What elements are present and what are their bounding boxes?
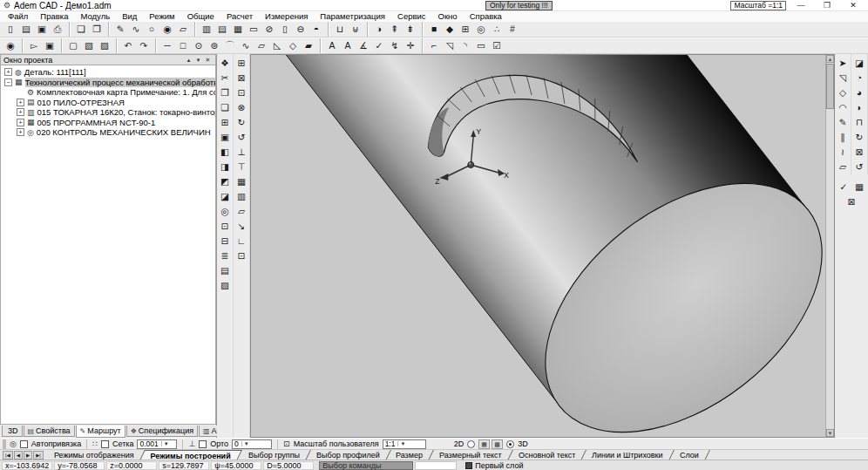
- parallelogram-icon[interactable]: ▱: [254, 38, 269, 53]
- text-icon[interactable]: A: [324, 38, 340, 53]
- insert-down-icon[interactable]: ⇟: [403, 22, 418, 37]
- extrude-up-icon[interactable]: ⊥: [234, 145, 249, 160]
- regen-icon[interactable]: ↺: [852, 160, 867, 174]
- corner-icon[interactable]: ⌐: [426, 38, 442, 53]
- solid-icon[interactable]: ■: [426, 22, 442, 37]
- cube-scale-icon[interactable]: ⊡: [234, 85, 249, 100]
- tree-expander[interactable]: −: [4, 78, 12, 86]
- circle-trim-icon[interactable]: ◔: [852, 71, 867, 85]
- layer-top-icon[interactable]: ◧: [218, 145, 233, 160]
- menu-parametrize[interactable]: Параметризация: [314, 11, 391, 21]
- close-button[interactable]: ✕: [842, 0, 865, 10]
- corner-trim-icon[interactable]: ◹: [836, 71, 851, 85]
- first-tab-button[interactable]: |◀: [3, 451, 13, 460]
- arc-icon[interactable]: ⌒: [222, 38, 238, 53]
- spline-icon[interactable]: ∿: [128, 22, 144, 37]
- sheet-check-icon[interactable]: ▧: [81, 38, 97, 53]
- angle-dim-icon[interactable]: ∡: [356, 38, 371, 53]
- sheet-icon[interactable]: ▢: [65, 38, 81, 53]
- solid-tool-icon[interactable]: ⊓: [852, 115, 867, 130]
- copy-icon[interactable]: ❐: [218, 85, 233, 100]
- block-icon[interactable]: ▯: [277, 22, 293, 37]
- arrow-se-icon[interactable]: ↘: [234, 219, 249, 234]
- menu-mode[interactable]: Режим: [143, 11, 180, 21]
- tab-layers[interactable]: Слои: [669, 450, 710, 460]
- tab-dimension-text[interactable]: Размерный текст: [429, 450, 512, 460]
- cube-move-icon[interactable]: ⊞: [234, 56, 249, 71]
- box-frame-icon[interactable]: ▦: [230, 22, 246, 37]
- sphere-cut-icon[interactable]: ⊖: [293, 22, 309, 37]
- channel-icon[interactable]: ⊔: [332, 22, 348, 37]
- angle-icon[interactable]: ∟: [234, 234, 249, 249]
- flat-view-icon[interactable]: ▦: [478, 439, 490, 449]
- view-cube-icon[interactable]: ⊡: [218, 219, 233, 234]
- paste-flag-icon[interactable]: ❏: [73, 22, 89, 37]
- tree-expander[interactable]: +: [17, 128, 24, 136]
- union-icon[interactable]: ◆: [442, 22, 458, 37]
- preview-icon[interactable]: ⊡: [234, 249, 249, 263]
- stack-alt-icon[interactable]: ▥: [234, 189, 249, 204]
- menu-module[interactable]: Модуль: [74, 11, 116, 21]
- plane-icon[interactable]: ▱: [175, 22, 191, 37]
- revolve-icon[interactable]: ↻: [234, 115, 249, 130]
- triangle-icon[interactable]: ◺: [269, 38, 285, 53]
- viewport[interactable]: Y X Z ▲ ▼: [250, 54, 835, 438]
- new-document-icon[interactable]: ▯: [3, 22, 18, 37]
- tab-route[interactable]: ✎ Маршрут: [76, 426, 125, 438]
- cancel-hatch-icon[interactable]: ⊠: [844, 194, 859, 209]
- tab-3d[interactable]: 3D: [2, 426, 23, 437]
- book-icon[interactable]: ▤: [218, 263, 233, 278]
- hatch-angle-icon[interactable]: ∥: [836, 130, 851, 145]
- command-prompt[interactable]: Выбор команды: [319, 461, 413, 470]
- select-arrow-icon[interactable]: ▻: [26, 38, 42, 53]
- menu-edit[interactable]: Правка: [34, 11, 74, 21]
- ortho-angle-select[interactable]: 0▼: [232, 439, 272, 449]
- open-icon[interactable]: ▤: [18, 22, 34, 37]
- sweep-icon[interactable]: ↻: [852, 130, 867, 145]
- cube-view-icon[interactable]: ⊞: [458, 22, 473, 37]
- tree-expander[interactable]: +: [4, 68, 12, 76]
- tab-profile-select[interactable]: Выбор профилей: [306, 450, 391, 460]
- 2d-radio[interactable]: [467, 440, 475, 448]
- scrollbar-thumb[interactable]: [826, 64, 834, 109]
- tree-expander[interactable]: +: [17, 99, 24, 106]
- print-icon[interactable]: ⎙: [50, 22, 65, 37]
- insert-up-icon[interactable]: ⇞: [387, 22, 403, 37]
- layer-indicator[interactable]: Первый слой: [465, 461, 523, 470]
- autosnap-checkbox[interactable]: [20, 440, 28, 448]
- cut-icon[interactable]: ✂: [218, 71, 233, 85]
- dashed-line-icon[interactable]: ≀: [836, 145, 851, 160]
- scroll-down-arrow[interactable]: ▼: [826, 429, 834, 437]
- tree-expander[interactable]: +: [17, 119, 24, 126]
- close-panel-icon[interactable]: ✕: [203, 57, 213, 64]
- screen-icon[interactable]: ◎: [473, 22, 489, 37]
- tab-construction-modes[interactable]: Режимы построений: [140, 450, 243, 460]
- leader-icon[interactable]: ↯: [387, 38, 403, 53]
- minimize-button[interactable]: —: [790, 0, 812, 10]
- pie-icon[interactable]: ◕: [852, 85, 867, 100]
- channel-alt-icon[interactable]: ⊎: [348, 22, 363, 37]
- layer-bottom-icon[interactable]: ◨: [218, 160, 233, 174]
- user-scale-select[interactable]: 1:1▼: [383, 439, 426, 449]
- tree-item-detail[interactable]: + ◍ Деталь: 111[111]: [1, 67, 215, 78]
- rect-icon[interactable]: □: [175, 38, 191, 53]
- polygon-edit-icon[interactable]: ◇: [836, 85, 851, 100]
- box-shell-icon[interactable]: ▤: [214, 22, 230, 37]
- menu-measure[interactable]: Измерения: [259, 11, 314, 21]
- shell-icon[interactable]: ◓: [309, 22, 324, 37]
- tab-properties[interactable]: ▤ Свойства: [24, 426, 75, 437]
- quick-save-icon[interactable]: ▣: [42, 38, 58, 53]
- tree-item-020[interactable]: + ◎ 020 КОНТРОЛЬ МЕХАНИЧЕСКИХ ВЕЛИЧИН: [1, 127, 215, 138]
- chamfer-icon[interactable]: ▭: [473, 38, 489, 53]
- 3d-radio[interactable]: [506, 440, 514, 448]
- 3d-canvas[interactable]: Y X Z: [251, 55, 825, 437]
- menu-help[interactable]: Справка: [464, 11, 508, 21]
- face-icon[interactable]: ▱: [234, 204, 249, 219]
- slab-icon[interactable]: ▭: [246, 22, 261, 37]
- grid-checkbox[interactable]: [101, 440, 109, 448]
- menu-window[interactable]: Окно: [432, 11, 464, 21]
- paste-icon[interactable]: ❏: [218, 100, 233, 115]
- frame-icon[interactable]: ▨: [97, 38, 112, 53]
- merge-icon[interactable]: ◩: [218, 174, 233, 189]
- hatch-fill-icon[interactable]: ▦: [851, 180, 867, 194]
